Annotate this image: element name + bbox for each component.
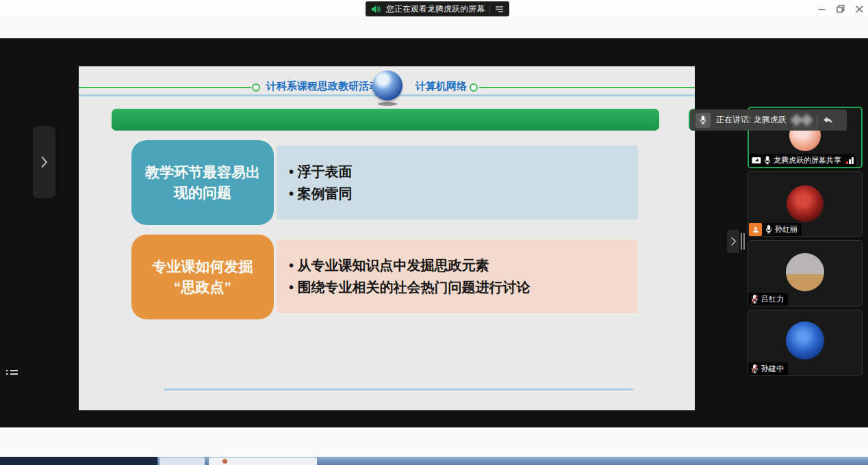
row1-bullet-2: 案例雷同: [289, 186, 638, 202]
close-button[interactable]: [849, 0, 868, 18]
mic-muted-icon: [751, 295, 758, 304]
avatar: [787, 185, 824, 222]
avatar: [786, 321, 824, 360]
taskbar-app-icon: [222, 459, 227, 464]
tile-name-tag: 龙腾虎跃的屏幕共享: [749, 154, 856, 167]
taskbar-window-button[interactable]: [159, 457, 205, 465]
minimize-button[interactable]: [811, 0, 832, 18]
green-banner: [112, 109, 659, 131]
tile-participant-3[interactable]: 吕红力: [748, 240, 863, 306]
toast-divider: [817, 116, 817, 125]
row1-heading-box: 教学环节最容易出 现的问题: [131, 140, 274, 225]
row2-heading-line2: “思政点”: [174, 277, 231, 297]
tile-name-tag: 吕红力: [748, 293, 788, 306]
blurred-names: [792, 116, 811, 124]
notification-menu-icon[interactable]: [495, 5, 504, 13]
participant-name: 孙建中: [761, 364, 784, 374]
speaking-toast: 正在讲话: 龙腾虎跃: [690, 109, 847, 131]
tile-participant-4[interactable]: 孙建中: [748, 310, 863, 376]
shared-screen-slide: 计科系课程思政教研活动 计算机网络 教学环节最容易出 现的问题 浮于表面 案例雷…: [79, 66, 695, 410]
speaking-toast-text: 正在讲话: 龙腾虎跃: [716, 114, 787, 126]
tile-name-tag: 孙建中: [748, 362, 788, 375]
slide-footer-line: [164, 388, 633, 390]
slide-title-left: 计科系课程思政教研活动: [266, 80, 379, 93]
participant-name: 孙红丽: [775, 224, 797, 235]
sidebar-collapse-handle[interactable]: [727, 230, 739, 253]
agenda-list-icon[interactable]: [4, 367, 19, 380]
tile-name-tag: 孙红丽: [763, 223, 802, 236]
mic-on-icon: [764, 156, 771, 165]
toast-mic-icon[interactable]: [695, 113, 711, 128]
connection-signal-icon: [846, 157, 854, 164]
watching-notification: 您正在观看龙腾虎跃的屏幕: [366, 1, 509, 16]
header-circle-right: [470, 83, 478, 92]
globe-shadow: [378, 102, 397, 106]
notification-divider: [489, 5, 490, 13]
avatar: [786, 253, 824, 291]
participant-name: 吕红力: [761, 294, 784, 304]
speaker-icon: [371, 5, 381, 14]
restore-button[interactable]: [830, 0, 851, 18]
row1-bullet-1: 浮于表面: [289, 164, 638, 180]
header-line-left: [79, 87, 251, 88]
row2-bullet-1: 从专业课知识点中发掘思政元素: [289, 258, 638, 274]
menubar: 11:13 演讲者视图: [0, 18, 868, 39]
row2-content-panel: 从专业课知识点中发掘思政元素 围绕专业相关的社会热门问题进行讨论: [277, 239, 638, 313]
meeting-window: 您正在观看龙腾虎跃的屏幕 11:13: [0, 0, 868, 465]
screen-share-icon: [752, 157, 761, 164]
slide-title-right: 计算机网络: [416, 80, 467, 93]
participant-name: 龙腾虎跃的屏幕共享: [774, 155, 841, 165]
reply-arrow-icon[interactable]: [823, 116, 834, 124]
watching-notification-text: 您正在观看龙腾虎跃的屏幕: [386, 3, 485, 15]
header-circle-left: [252, 83, 260, 92]
row2-bullet-2: 围绕专业相关的社会热门问题进行讨论: [289, 280, 638, 295]
mic-muted-icon: [751, 364, 758, 373]
host-badge-icon: [749, 223, 762, 236]
tile-participant-2[interactable]: 孙红丽: [748, 171, 863, 237]
mic-on-icon: [765, 225, 772, 234]
row2-heading-box: 专业课如何发掘 “思政点”: [131, 235, 274, 319]
bottom-toolbar: 静音 开启视频 共享屏幕 安全 邀请 管理成员(4): [0, 427, 868, 457]
row1-heading-line2: 现的问题: [174, 183, 231, 203]
sidebar-resize-grip[interactable]: [741, 233, 745, 250]
os-taskbar-left: [0, 457, 157, 465]
globe-icon: [372, 70, 403, 101]
row1-content-panel: 浮于表面 案例雷同: [277, 146, 638, 220]
row2-heading-line1: 专业课如何发掘: [153, 256, 253, 277]
main-stage: 计科系课程思政教研活动 计算机网络 教学环节最容易出 现的问题 浮于表面 案例雷…: [0, 38, 868, 427]
row1-heading-line1: 教学环节最容易出: [145, 162, 260, 183]
titlebar: 您正在观看龙腾虎跃的屏幕: [0, 0, 868, 18]
left-panel-expand-handle[interactable]: [33, 126, 55, 198]
header-line-right: [479, 87, 695, 88]
